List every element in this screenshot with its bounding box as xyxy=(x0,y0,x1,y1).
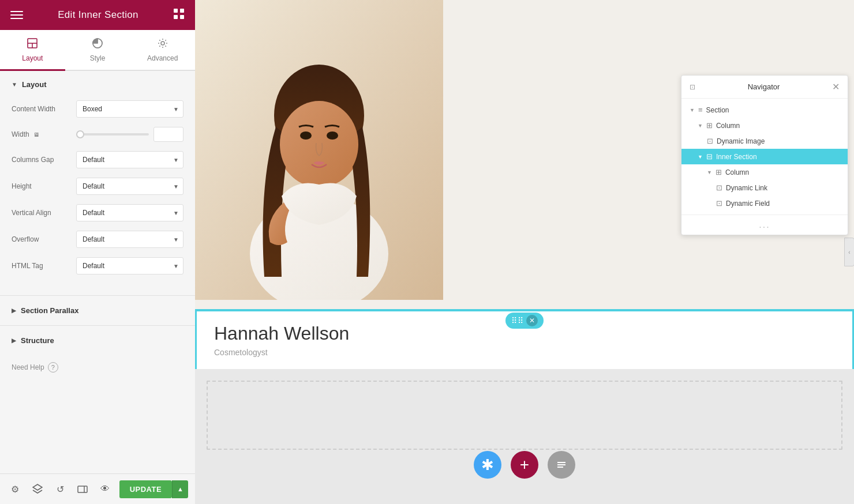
height-control: DefaultFit To ScreenMin Height ▼ xyxy=(76,178,183,195)
layout-section-title: Layout xyxy=(22,80,47,89)
content-width-label: Content Width xyxy=(12,105,69,113)
html-tag-control: Defaultdivsection ▼ xyxy=(76,257,183,274)
nav-section-label: Section xyxy=(706,106,729,114)
tab-advanced-label: Advanced xyxy=(147,54,178,62)
nav-column2-label: Column xyxy=(725,168,749,176)
dashed-placeholder[interactable] xyxy=(207,381,842,450)
layers-icon[interactable] xyxy=(29,480,46,498)
nav-section-arrow-icon: ▼ xyxy=(690,107,695,113)
update-button[interactable]: UPDATE xyxy=(119,480,172,498)
toolbar-drag-icon[interactable]: ⠿⠿ xyxy=(511,316,524,325)
eye-icon[interactable]: 👁 xyxy=(97,480,114,498)
columns-gap-select[interactable]: DefaultNoneNarrow xyxy=(76,151,183,168)
update-dropdown-button[interactable]: ▲ xyxy=(172,480,188,498)
columns-gap-control: DefaultNoneNarrow ▼ xyxy=(76,151,183,168)
width-label: Width 🖥 xyxy=(12,130,69,138)
svg-point-18 xyxy=(280,101,358,187)
svg-rect-2 xyxy=(174,15,178,19)
sidebar-header: Edit Inner Section xyxy=(0,0,195,30)
sidebar-content: ▼ Layout Content Width Boxed Full Width … xyxy=(0,71,195,473)
style-icon xyxy=(92,38,103,51)
update-group: UPDATE ▲ xyxy=(119,480,188,498)
nav-item-dynamic-link[interactable]: ⊡ Dynamic Link xyxy=(681,180,848,195)
tab-style[interactable]: Style xyxy=(65,30,130,71)
nav-dynamic-link-label: Dynamic Link xyxy=(726,184,767,192)
fab-area: ✱ + xyxy=(474,451,575,479)
help-icon: ? xyxy=(48,362,58,373)
nav-item-column-2[interactable]: ▼ ⊞ Column xyxy=(681,164,848,180)
tab-advanced[interactable]: Advanced xyxy=(130,30,195,71)
nav-column1-icon: ⊞ xyxy=(706,121,713,130)
fab-add-blue[interactable]: ✱ xyxy=(474,451,501,479)
sidebar: Edit Inner Section Layout xyxy=(0,0,195,504)
content-width-select[interactable]: Boxed Full Width xyxy=(76,100,183,118)
vertical-align-select[interactable]: DefaultTopMiddleBottom xyxy=(76,204,183,221)
navigator-tree: ▼ ≡ Section ▼ ⊞ Column ⊡ Dynamic Image ▼… xyxy=(681,99,848,215)
navigator-header: ⊡ Navigator ✕ xyxy=(681,76,848,99)
nav-item-section[interactable]: ▼ ≡ Section xyxy=(681,102,848,118)
columns-gap-label: Columns Gap xyxy=(12,156,69,164)
html-tag-row: HTML Tag Defaultdivsection ▼ xyxy=(12,257,183,274)
height-row: Height DefaultFit To ScreenMin Height ▼ xyxy=(12,178,183,195)
nav-column2-icon: ⊞ xyxy=(716,168,722,176)
grid-icon[interactable] xyxy=(173,8,185,22)
navigator-collapse-icon[interactable]: ⊡ xyxy=(690,83,695,91)
height-select[interactable]: DefaultFit To ScreenMin Height xyxy=(76,178,183,195)
width-slider-container xyxy=(76,127,183,142)
nav-item-dynamic-field[interactable]: ⊡ Dynamic Field xyxy=(681,195,848,211)
overflow-control: DefaultHidden ▼ xyxy=(76,231,183,248)
collapse-handle[interactable]: ‹ xyxy=(844,238,854,266)
monitor-icon: 🖥 xyxy=(33,131,39,138)
fab-add-red[interactable]: + xyxy=(511,451,538,479)
vertical-align-label: Vertical Align xyxy=(12,209,69,217)
responsive-icon[interactable] xyxy=(74,480,91,498)
nav-dynamic-field-icon: ⊡ xyxy=(716,199,722,208)
navigator-title: Navigator xyxy=(748,82,780,91)
need-help[interactable]: Need Help ? xyxy=(0,353,195,382)
tab-layout[interactable]: Layout xyxy=(0,30,65,71)
structure-header[interactable]: ▶ Structure xyxy=(0,328,195,353)
person-title: Cosmetologyst xyxy=(214,348,835,357)
navigator-close-button[interactable]: ✕ xyxy=(832,81,840,92)
toolbar-close-button[interactable]: ✕ xyxy=(526,315,538,326)
layout-arrow-icon: ▼ xyxy=(12,81,17,88)
vertical-align-row: Vertical Align DefaultTopMiddleBottom ▼ xyxy=(12,204,183,221)
section-parallax-arrow-icon: ▶ xyxy=(12,307,16,314)
overflow-row: Overflow DefaultHidden ▼ xyxy=(12,231,183,248)
width-input[interactable] xyxy=(153,127,183,142)
svg-rect-1 xyxy=(180,9,184,13)
overflow-select[interactable]: DefaultHidden xyxy=(76,231,183,248)
hamburger-icon[interactable] xyxy=(10,9,23,21)
height-label: Height xyxy=(12,182,69,190)
nav-inner-section-arrow-icon: ▼ xyxy=(698,154,703,160)
tab-bar: Layout Style Advanced xyxy=(0,30,195,71)
section-parallax-header[interactable]: ▶ Section Parallax xyxy=(0,298,195,323)
settings-icon[interactable]: ⚙ xyxy=(7,480,24,498)
nav-column1-arrow-icon: ▼ xyxy=(698,123,703,129)
divider-2 xyxy=(0,325,195,326)
nav-item-inner-section[interactable]: ▼ ⊟ Inner Section xyxy=(681,149,848,164)
tab-style-label: Style xyxy=(90,54,106,62)
nav-column1-label: Column xyxy=(716,122,740,130)
width-slider-thumb[interactable] xyxy=(76,130,84,138)
content-width-control: Boxed Full Width ▼ xyxy=(76,100,183,118)
width-slider-track[interactable] xyxy=(76,133,149,136)
vertical-align-control: DefaultTopMiddleBottom ▼ xyxy=(76,204,183,221)
svg-rect-11 xyxy=(78,486,87,492)
sidebar-bottom: ⚙ ↺ 👁 UPDATE ▲ xyxy=(0,473,195,504)
nav-dynamic-field-label: Dynamic Field xyxy=(726,200,770,208)
nav-item-column-1[interactable]: ▼ ⊞ Column xyxy=(681,118,848,133)
nav-item-dynamic-image[interactable]: ⊡ Dynamic Image xyxy=(681,133,848,149)
nav-section-icon: ≡ xyxy=(698,106,703,114)
structure-arrow-icon: ▶ xyxy=(12,337,16,344)
html-tag-select[interactable]: Defaultdivsection xyxy=(76,257,183,274)
fab-add-gray[interactable] xyxy=(548,451,575,479)
history-icon[interactable]: ↺ xyxy=(52,480,69,498)
advanced-icon xyxy=(158,38,168,51)
navigator-footer: ... xyxy=(681,215,848,235)
nav-dynamic-link-icon: ⊡ xyxy=(716,183,722,192)
width-row: Width 🖥 xyxy=(12,127,183,142)
nav-inner-section-label: Inner Section xyxy=(716,153,757,161)
overflow-label: Overflow xyxy=(12,235,69,243)
layout-section-header[interactable]: ▼ Layout xyxy=(0,71,195,96)
